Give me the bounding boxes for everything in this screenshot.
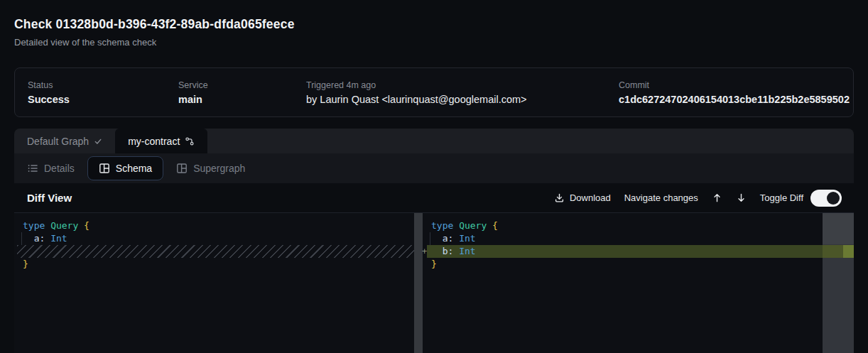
original-pane-scrollbar[interactable] (414, 213, 423, 353)
tab-my-contract[interactable]: my-contract (115, 129, 207, 153)
summary-triggered: Triggered 4m ago by Laurin Quast <laurin… (306, 80, 619, 105)
triggered-value: by Laurin Quast <laurinquast@googlemail.… (306, 94, 619, 105)
download-button[interactable]: Download (554, 192, 611, 203)
diff-overview-ruler[interactable] (823, 213, 854, 353)
previous-change-button[interactable] (712, 192, 722, 203)
tab-schema[interactable]: Schema (87, 156, 163, 180)
code-line: } (423, 258, 823, 271)
diff-view-title: Diff View (27, 192, 72, 204)
status-value: Success (28, 94, 178, 105)
diff-modified-pane[interactable]: + type Query { a: Int b: Int } (423, 213, 823, 353)
toggle-diff-switch[interactable] (810, 190, 842, 207)
diff-view-header: Diff View Download Navigate changes Togg… (14, 183, 854, 213)
tab-supergraph[interactable]: Supergraph (176, 163, 245, 174)
tab-schema-label: Schema (116, 163, 152, 174)
summary-service: Service main (178, 80, 306, 105)
triggered-label: Triggered 4m ago (306, 80, 619, 90)
diff-original-pane[interactable]: type Query { a: Int } (14, 213, 414, 353)
added-change-marker-dim (823, 245, 843, 258)
code-line: a: Int (14, 232, 414, 245)
navigate-changes-label: Navigate changes (624, 192, 698, 203)
tab-supergraph-label: Supergraph (193, 163, 245, 174)
service-value: main (178, 94, 306, 105)
panels-icon (99, 163, 110, 174)
code-line: a: Int (423, 232, 823, 245)
added-change-marker (843, 245, 854, 258)
arrow-up-icon (712, 192, 722, 203)
code-line: type Query { (14, 219, 414, 232)
tab-my-contract-label: my-contract (128, 136, 180, 147)
next-change-button[interactable] (736, 192, 747, 203)
list-icon (27, 163, 38, 174)
diff-placeholder-hatch (17, 245, 414, 258)
contract-icon (185, 136, 195, 146)
check-summary-card: Status Success Service main Triggered 4m… (14, 67, 854, 117)
toggle-diff-label: Toggle Diff (760, 192, 803, 203)
status-label: Status (28, 80, 178, 90)
scrollbar-thumb[interactable] (823, 213, 854, 244)
view-tabs: Details Schema Supergraph (14, 153, 854, 183)
code-line: } (14, 258, 414, 271)
graph-tabbar: Default Graph my-contract (14, 129, 854, 153)
toggle-knob (827, 192, 840, 205)
arrow-down-icon (736, 192, 747, 203)
tab-default-graph[interactable]: Default Graph (14, 129, 115, 153)
page-subtitle: Detailed view of the schema check (14, 37, 295, 48)
download-icon (554, 192, 565, 203)
code-line: type Query { (423, 219, 823, 232)
diff-add-marker: + (422, 245, 427, 258)
tab-default-graph-label: Default Graph (27, 136, 89, 147)
commit-label: Commit (619, 80, 853, 90)
panels-icon (176, 163, 188, 174)
download-label: Download (570, 192, 611, 203)
tab-details-label: Details (44, 163, 75, 174)
page-title: Check 01328b0d-b396-43f2-89ab-dfda065fee… (14, 17, 295, 32)
diff-toolbar: Download Navigate changes Toggle Diff (554, 190, 842, 207)
commit-value: c1dc62724702406154013cbe11b225b2e5859502 (619, 94, 853, 105)
check-icon (94, 137, 102, 146)
service-label: Service (178, 80, 306, 90)
added-code-line: b: Int (427, 245, 823, 258)
page-header: Check 01328b0d-b396-43f2-89ab-dfda065fee… (14, 17, 295, 48)
toggle-diff-control: Toggle Diff (760, 190, 842, 207)
tab-details[interactable]: Details (27, 163, 75, 174)
summary-status: Status Success (28, 80, 178, 105)
summary-commit: Commit c1dc62724702406154013cbe11b225b2e… (619, 80, 853, 105)
diff-editor: type Query { a: Int } + type Query { a: … (14, 213, 854, 353)
